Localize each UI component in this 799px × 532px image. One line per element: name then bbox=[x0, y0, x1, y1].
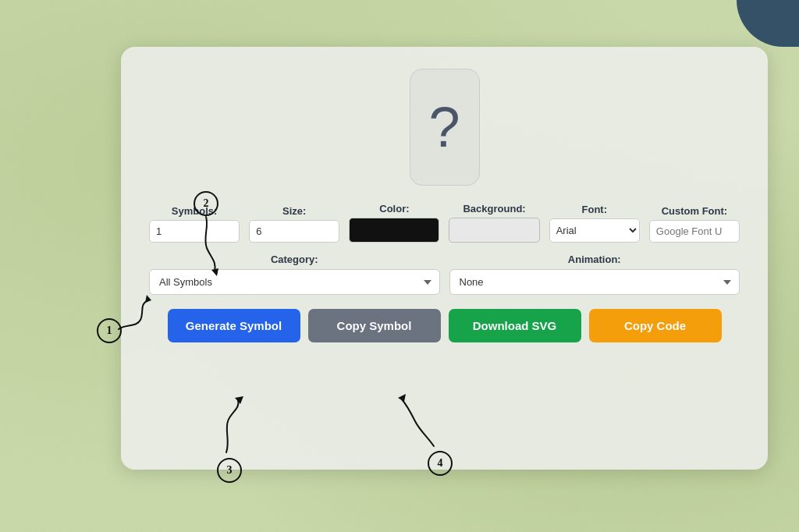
annotation-1: 1 bbox=[97, 318, 122, 343]
copy-code-button[interactable]: Copy Code bbox=[589, 309, 722, 342]
annotation-3: 3 bbox=[217, 458, 242, 483]
size-label: Size: bbox=[249, 205, 339, 217]
main-card: ? Symbols: Size: Color: Background: Font… bbox=[121, 47, 768, 470]
symbol-display: ? bbox=[428, 95, 460, 159]
copy-symbol-button[interactable]: Copy Symbol bbox=[308, 309, 441, 342]
annotation-2: 2 bbox=[194, 191, 218, 216]
custom-font-input[interactable] bbox=[649, 220, 740, 243]
animation-select[interactable]: None Spin Pulse Bounce Fade bbox=[449, 269, 740, 295]
size-input[interactable] bbox=[249, 220, 339, 243]
annotation-4: 4 bbox=[428, 451, 453, 476]
background-label: Background: bbox=[449, 203, 539, 215]
download-svg-button[interactable]: Download SVG bbox=[449, 309, 581, 342]
buttons-row: Generate Symbol Copy Symbol Download SVG… bbox=[149, 309, 740, 342]
symbols-input[interactable] bbox=[149, 220, 240, 243]
color-label: Color: bbox=[349, 203, 439, 215]
preview-area: ? bbox=[149, 69, 740, 186]
color-control: Color: bbox=[349, 203, 439, 243]
background-blotch bbox=[737, 0, 799, 47]
symbols-control: Symbols: bbox=[149, 205, 240, 243]
color-swatch[interactable] bbox=[349, 218, 439, 243]
custom-font-control: Custom Font: bbox=[649, 205, 740, 243]
category-label: Category: bbox=[149, 254, 440, 265]
category-select[interactable]: All Symbols Arrows Math Currency Emoji L… bbox=[149, 269, 440, 295]
font-select[interactable]: Arial Times New Roman Courier New Georgi… bbox=[549, 218, 640, 243]
background-control: Background: bbox=[449, 203, 539, 243]
symbol-preview-box: ? bbox=[410, 69, 480, 186]
category-group: Category: All Symbols Arrows Math Curren… bbox=[149, 254, 440, 295]
background-swatch[interactable] bbox=[449, 218, 539, 243]
dropdowns-row: Category: All Symbols Arrows Math Curren… bbox=[149, 254, 740, 295]
font-control: Font: Arial Times New Roman Courier New … bbox=[549, 204, 640, 243]
size-control: Size: bbox=[249, 205, 339, 243]
custom-font-label: Custom Font: bbox=[649, 205, 740, 217]
animation-label: Animation: bbox=[449, 254, 740, 265]
font-label: Font: bbox=[549, 204, 640, 215]
animation-group: Animation: None Spin Pulse Bounce Fade bbox=[449, 254, 740, 295]
controls-grid: Symbols: Size: Color: Background: Font: … bbox=[149, 203, 740, 243]
generate-symbol-button[interactable]: Generate Symbol bbox=[168, 309, 300, 342]
